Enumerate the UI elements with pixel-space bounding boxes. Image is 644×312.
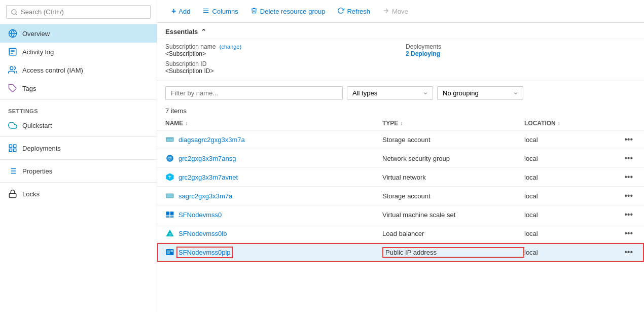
- svg-rect-36: [166, 216, 170, 218]
- sidebar-item-locks-label: Locks: [22, 190, 40, 198]
- search-input[interactable]: [6, 5, 151, 19]
- sidebar-item-properties[interactable]: Properties: [0, 162, 157, 180]
- users-icon: [8, 65, 17, 75]
- columns-button[interactable]: Columns: [196, 5, 244, 18]
- resource-link-2[interactable]: grc2gxg3x3m7ansg: [178, 155, 236, 162]
- essentials-header: Essentials ⌃: [157, 23, 644, 39]
- essentials-label: Essentials: [165, 28, 198, 36]
- subscription-name-label: Subscription name (change): [165, 43, 396, 50]
- cell-type-7: Public IP address: [382, 247, 524, 258]
- sidebar-item-properties-label: Properties: [22, 167, 52, 175]
- resource-link-1[interactable]: diagsagrc2gxg3x3m7a: [178, 136, 245, 144]
- delete-button[interactable]: Delete resource group: [244, 5, 332, 18]
- lock-icon: [8, 189, 17, 198]
- toolbar: + Add Columns Delete resource group Refr…: [157, 0, 644, 23]
- col-location: LOCATION ↕: [524, 120, 616, 127]
- move-button[interactable]: Move: [376, 5, 414, 18]
- settings-section-label: SETTINGS: [0, 102, 157, 116]
- more-button-2[interactable]: •••: [621, 153, 636, 164]
- sidebar-item-activity-log-label: Activity log: [22, 48, 54, 56]
- divider-3: [0, 182, 157, 183]
- refresh-label: Refresh: [347, 8, 370, 15]
- subscription-id-value: <Subscription ID>: [165, 67, 396, 75]
- sidebar-item-deployments[interactable]: Deployments: [0, 139, 157, 157]
- cell-actions-6: •••: [616, 228, 636, 239]
- sidebar-item-tags[interactable]: Tags: [0, 79, 157, 97]
- sidebar-item-locks[interactable]: Locks: [0, 185, 157, 203]
- essentials-chevron-icon[interactable]: ⌃: [201, 28, 206, 36]
- items-count: 7 items: [157, 105, 644, 117]
- sidebar: Overview Activity log Access control (IA…: [0, 0, 157, 312]
- svg-rect-18: [9, 193, 16, 197]
- pip-icon: [165, 248, 174, 257]
- svg-point-6: [10, 66, 13, 70]
- table-body: diagsagrc2gxg3x3m7a Storage account loca…: [157, 130, 644, 312]
- table-row: sagrc2gxg3x3m7a Storage account local ••…: [157, 187, 644, 205]
- cell-type-1: Storage account: [382, 136, 524, 144]
- cell-actions-5: •••: [616, 209, 636, 220]
- col-type: TYPE ↕: [382, 120, 524, 127]
- cell-type-5: Virtual machine scale set: [382, 211, 524, 219]
- grouping-filter-select[interactable]: No grouping: [437, 86, 523, 100]
- table-header: NAME ↕ TYPE ↕ LOCATION ↕: [157, 117, 644, 130]
- sidebar-item-activity-log[interactable]: Activity log: [0, 43, 157, 61]
- sidebar-item-overview[interactable]: Overview: [0, 24, 157, 43]
- svg-rect-9: [14, 145, 16, 147]
- resource-link-4[interactable]: sagrc2gxg3x3m7a: [178, 192, 232, 200]
- globe-icon: [8, 29, 17, 38]
- search-container: [0, 0, 157, 24]
- svg-rect-42: [171, 250, 173, 252]
- refresh-icon: [337, 7, 344, 16]
- deployments-value[interactable]: 2 Deploying: [406, 50, 636, 57]
- svg-rect-11: [9, 149, 12, 152]
- more-button-7[interactable]: •••: [621, 247, 636, 258]
- filter-input[interactable]: [165, 86, 343, 100]
- move-icon: [382, 7, 389, 16]
- resource-link-5[interactable]: SFNodevmss0: [178, 211, 222, 219]
- svg-text:🛡: 🛡: [168, 156, 172, 161]
- table-row: diagsagrc2gxg3x3m7a Storage account loca…: [157, 130, 644, 149]
- storage-icon: [165, 135, 174, 144]
- more-button-1[interactable]: •••: [621, 134, 636, 145]
- svg-rect-34: [166, 212, 170, 215]
- sidebar-item-overview-label: Overview: [22, 30, 50, 38]
- sort-type-icon[interactable]: ↕: [400, 121, 403, 126]
- resource-link-6[interactable]: SFNodevmss0lb: [178, 230, 227, 237]
- cell-name-5: SFNodevmss0: [165, 210, 382, 219]
- svg-rect-24: [167, 138, 173, 141]
- trash-icon: [251, 7, 258, 16]
- table-row: ⚖ SFNodevmss0lb Load balancer local •••: [157, 224, 644, 243]
- cell-name-3: grc2gxg3x3m7avnet: [165, 172, 382, 182]
- resource-link-3[interactable]: grc2gxg3x3m7avnet: [178, 174, 238, 181]
- cell-type-6: Load balancer: [382, 230, 524, 237]
- more-button-3[interactable]: •••: [621, 171, 636, 183]
- sidebar-nav: Overview Activity log Access control (IA…: [0, 24, 157, 312]
- filter-bar: All types No grouping: [157, 81, 644, 105]
- svg-rect-10: [14, 149, 16, 152]
- nav-divider: [0, 99, 157, 100]
- sidebar-item-access-control[interactable]: Access control (IAM): [0, 61, 157, 79]
- table-row: grc2gxg3x3m7avnet Virtual network local …: [157, 168, 644, 187]
- move-label: Move: [392, 8, 408, 15]
- add-label: Add: [178, 8, 190, 15]
- divider-1: [0, 136, 157, 137]
- cell-actions-1: •••: [616, 134, 636, 145]
- sort-location-icon[interactable]: ↕: [558, 121, 560, 126]
- cell-actions-7: •••: [616, 247, 636, 258]
- list-icon: [8, 166, 17, 176]
- divider-2: [0, 159, 157, 160]
- more-button-5[interactable]: •••: [621, 209, 636, 220]
- sort-name-icon[interactable]: ↕: [185, 121, 188, 126]
- change-link[interactable]: (change): [220, 44, 241, 50]
- refresh-button[interactable]: Refresh: [331, 5, 376, 18]
- add-button[interactable]: + Add: [165, 4, 196, 18]
- resource-link-7[interactable]: SFNodevmss0pip: [178, 249, 231, 256]
- sidebar-item-quickstart[interactable]: Quickstart: [0, 116, 157, 134]
- cell-name-7: SFNodevmss0pip: [165, 248, 382, 257]
- type-filter-select[interactable]: All types: [347, 86, 433, 100]
- svg-rect-32: [167, 194, 173, 197]
- svg-rect-35: [170, 212, 174, 215]
- more-button-4[interactable]: •••: [621, 190, 636, 201]
- more-button-6[interactable]: •••: [621, 228, 636, 239]
- col-actions: [616, 120, 636, 127]
